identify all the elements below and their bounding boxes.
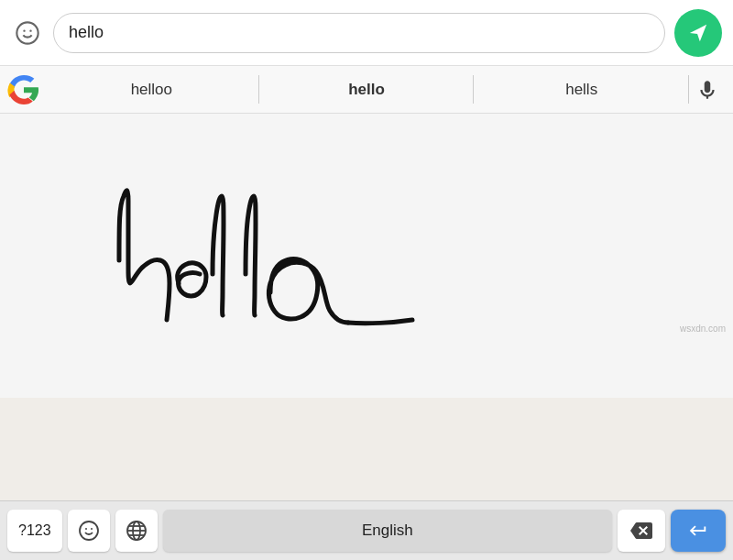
suggestion-hells[interactable]: hells: [474, 66, 689, 113]
microphone-button[interactable]: [689, 71, 726, 108]
suggestion-helloo[interactable]: helloo: [44, 66, 259, 113]
google-logo-icon: [7, 73, 40, 106]
input-bar: [0, 0, 733, 66]
send-button[interactable]: [674, 9, 722, 57]
suggestion-hello[interactable]: hello: [259, 66, 475, 113]
emoji-keyboard-button[interactable]: [68, 510, 110, 552]
num-button[interactable]: ?123: [7, 510, 62, 552]
emoji-button[interactable]: [11, 16, 44, 49]
svg-point-2: [29, 29, 31, 31]
svg-point-1: [23, 29, 25, 31]
svg-point-4: [85, 528, 87, 530]
suggestions-bar: helloo hello hells: [0, 66, 733, 114]
svg-point-5: [91, 528, 93, 530]
enter-button[interactable]: [671, 510, 726, 552]
language-button[interactable]: English: [163, 510, 612, 552]
message-input[interactable]: [53, 13, 665, 53]
globe-button[interactable]: [115, 510, 158, 552]
delete-button[interactable]: [618, 510, 665, 552]
handwriting-svg: [0, 114, 733, 398]
handwriting-canvas[interactable]: wsxdn.com: [0, 114, 733, 398]
keyboard-bottom-bar: ?123 English: [0, 500, 733, 560]
svg-point-0: [16, 22, 38, 43]
svg-point-3: [80, 522, 98, 540]
watermark: wsxdn.com: [680, 324, 726, 334]
